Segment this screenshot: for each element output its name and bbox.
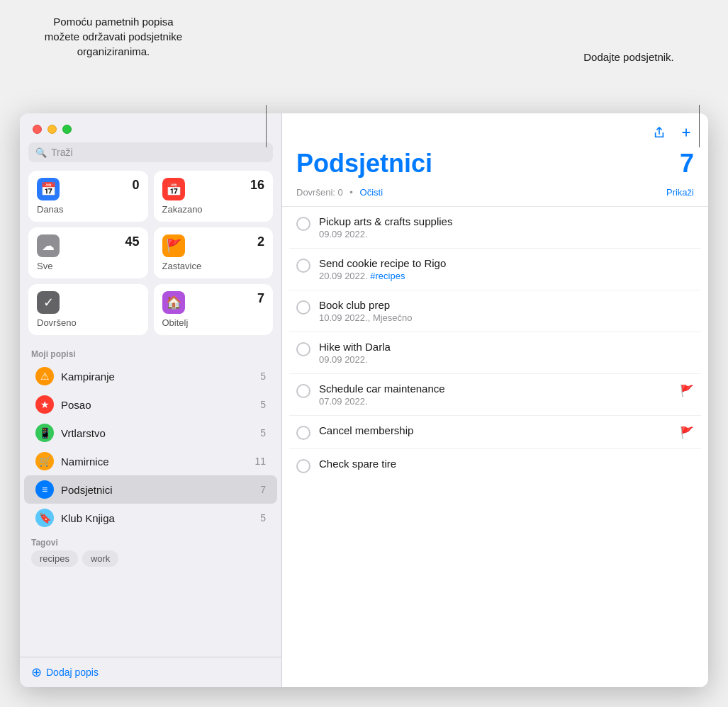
smart-lists-grid: 📅 0 Danas 📅 16 Zakazano ☁ 45 Sve 🚩 2 Zas…: [20, 171, 281, 344]
sidebar-item-posao[interactable]: ★ Posao 5: [24, 390, 277, 419]
sidebar-item-kampiranje[interactable]: ⚠ Kampiranje 5: [24, 362, 277, 390]
share-button[interactable]: [649, 122, 670, 143]
reminder-date: 10.09 2022., Mjesečno: [319, 312, 694, 323]
smart-list-count-zakazano: 16: [250, 178, 264, 193]
list-icon-posao: ★: [35, 395, 54, 414]
smart-list-label-danas: Danas: [37, 204, 140, 215]
smart-list-sve[interactable]: ☁ 45 Sve: [28, 227, 148, 278]
tag-chip-recipes[interactable]: recipes: [31, 550, 78, 567]
reminder-title: Book club prep: [319, 299, 694, 311]
smart-list-icon-zakazano: 📅: [162, 178, 185, 200]
smart-list-obitelj[interactable]: 🏠 7 Obitelj: [154, 284, 274, 335]
list-icon-namirnice: 🛒: [35, 452, 54, 470]
list-count-posao: 5: [260, 399, 266, 410]
reminder-body: Hike with Darla 09.09 2022.: [319, 341, 694, 365]
smart-list-label-zastavice: Zastavice: [162, 261, 265, 271]
completed-text: Dovršeni: 0: [296, 187, 343, 198]
list-icon-kampiranje: ⚠: [35, 367, 54, 385]
reminder-flag-icon: 🚩: [680, 384, 694, 397]
reminder-flag-icon: 🚩: [680, 426, 694, 439]
smart-list-count-zastavice: 2: [257, 234, 264, 249]
reminder-item: Schedule car maintenance 07.09 2022. 🚩: [289, 374, 701, 416]
completed-bar: Dovršeni: 0 • Očisti Prikaži: [282, 184, 708, 207]
reminder-date: 09.09 2022.: [319, 229, 694, 239]
traffic-lights: [20, 113, 281, 142]
smart-list-label-zakazano: Zakazano: [162, 204, 265, 215]
tooltip-line-left: [266, 105, 267, 147]
reminder-body: Send cookie recipe to Rigo 20.09 2022. #…: [319, 257, 694, 281]
reminder-checkbox[interactable]: [296, 300, 310, 315]
list-count-klub-knjiga: 5: [260, 512, 266, 524]
sidebar-item-podsjetnici[interactable]: ≡ Podsjetnici 7: [24, 475, 277, 504]
smart-list-dovrseno[interactable]: ✓ Dovršeno: [28, 284, 148, 335]
show-link[interactable]: Prikaži: [666, 187, 694, 198]
list-icon-klub-knjiga: 🔖: [35, 509, 54, 527]
list-icon-podsjetnici: ≡: [35, 480, 54, 499]
tags-row: recipeswork: [20, 550, 281, 567]
search-bar[interactable]: 🔍 Traži: [28, 142, 273, 162]
list-count-vrtlarstvo: 5: [260, 427, 266, 439]
my-lists: ⚠ Kampiranje 5 ★ Posao 5 📱 Vrtlarstvo 5 …: [20, 362, 281, 532]
sidebar-item-klub-knjiga[interactable]: 🔖 Klub Knjiga 5: [24, 504, 277, 532]
reminder-body: Pickup arts & crafts supplies 09.09 2022…: [319, 215, 694, 239]
main-title: Podsjetnici: [296, 149, 432, 179]
list-count-kampiranje: 5: [260, 371, 266, 382]
list-count-namirnice: 11: [254, 456, 266, 467]
main-header: Podsjetnici 7: [282, 149, 708, 184]
clear-link[interactable]: Očisti: [360, 187, 383, 198]
tag-chip-work[interactable]: work: [82, 550, 118, 567]
smart-list-icon-zastavice: 🚩: [162, 234, 185, 257]
reminder-item: Pickup arts & crafts supplies 09.09 2022…: [289, 207, 701, 249]
reminder-title: Hike with Darla: [319, 341, 694, 353]
smart-list-danas[interactable]: 📅 0 Danas: [28, 171, 148, 222]
reminder-item: Send cookie recipe to Rigo 20.09 2022. #…: [289, 249, 701, 290]
list-name-vrtlarstvo: Vrtlarstvo: [61, 427, 253, 439]
close-button[interactable]: [33, 125, 42, 134]
add-reminder-button[interactable]: [676, 122, 697, 143]
search-icon: 🔍: [35, 147, 47, 158]
reminder-item: Cancel membership 🚩: [289, 416, 701, 449]
sidebar-item-namirnice[interactable]: 🛒 Namirnice 11: [24, 447, 277, 475]
my-lists-section-title: Moji popisi: [20, 344, 281, 362]
list-name-kampiranje: Kampiranje: [61, 371, 253, 383]
smart-list-label-sve: Sve: [37, 261, 140, 271]
reminder-checkbox[interactable]: [296, 459, 310, 473]
list-icon-vrtlarstvo: 📱: [35, 424, 54, 442]
reminder-body: Schedule car maintenance 07.09 2022.: [319, 383, 671, 407]
smart-list-zakazano[interactable]: 📅 16 Zakazano: [154, 171, 274, 222]
list-count-podsjetnici: 7: [260, 484, 266, 495]
reminder-body: Cancel membership: [319, 424, 671, 436]
reminder-body: Book club prep 10.09 2022., Mjesečno: [319, 299, 694, 323]
reminder-title: Cancel membership: [319, 424, 671, 436]
reminder-date: 07.09 2022.: [319, 396, 671, 407]
smart-list-label-obitelj: Obitelj: [162, 317, 265, 328]
add-list-label: Dodaj popis: [46, 667, 99, 678]
reminder-date: 09.09 2022.: [319, 354, 694, 365]
list-name-podsjetnici: Podsjetnici: [61, 484, 253, 496]
reminder-title: Send cookie recipe to Rigo: [319, 257, 694, 269]
smart-list-icon-obitelj: 🏠: [162, 291, 185, 314]
reminder-title: Pickup arts & crafts supplies: [319, 215, 694, 227]
add-list-button[interactable]: ⊕ Dodaj popis: [20, 657, 281, 687]
list-name-klub-knjiga: Klub Knjiga: [61, 512, 253, 524]
minimize-button[interactable]: [47, 125, 57, 134]
reminder-checkbox[interactable]: [296, 426, 310, 440]
tooltip-smart-lists: Pomoću pametnih popisa možete održavati …: [43, 14, 184, 59]
reminder-item: Book club prep 10.09 2022., Mjesečno: [289, 290, 701, 332]
reminder-checkbox[interactable]: [296, 342, 310, 356]
smart-list-count-obitelj: 7: [257, 291, 264, 306]
reminder-title: Schedule car maintenance: [319, 383, 671, 395]
fullscreen-button[interactable]: [62, 125, 72, 134]
list-name-namirnice: Namirnice: [61, 456, 247, 468]
sidebar-item-vrtlarstvo[interactable]: 📱 Vrtlarstvo 5: [24, 419, 277, 447]
reminder-checkbox[interactable]: [296, 384, 310, 398]
smart-list-zastavice[interactable]: 🚩 2 Zastavice: [154, 227, 274, 278]
smart-list-icon-dovrseno: ✓: [37, 291, 60, 314]
tooltip-line-right: [699, 105, 700, 147]
sidebar: 🔍 Traži 📅 0 Danas 📅 16 Zakazano ☁ 45 Sve…: [20, 113, 282, 687]
main-content: Podsjetnici 7 Dovršeni: 0 • Očisti Prika…: [282, 113, 708, 687]
reminder-checkbox[interactable]: [296, 259, 310, 273]
search-placeholder: Traži: [51, 147, 73, 158]
reminder-tag-link[interactable]: #recipes: [370, 271, 405, 281]
reminder-checkbox[interactable]: [296, 217, 310, 231]
